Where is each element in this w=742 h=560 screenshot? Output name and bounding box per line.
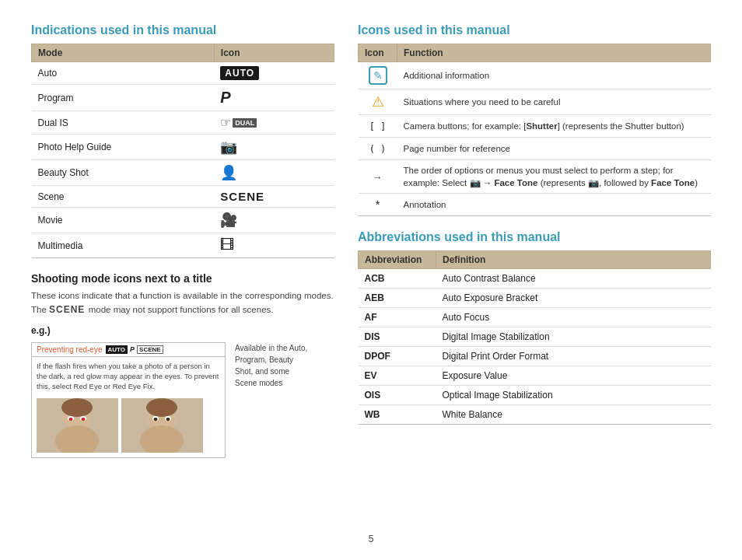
- table-row: Scene SCENE: [32, 186, 334, 208]
- mode-label: Photo Help Guide: [32, 135, 215, 160]
- table-row: OIS Optical Image Stabilization: [359, 386, 711, 405]
- mode-label: Auto: [32, 62, 215, 85]
- badge-p: P: [128, 345, 136, 354]
- photo-after: [121, 398, 203, 453]
- mode-label: Program: [32, 85, 215, 111]
- table-row: Photo Help Guide 📷: [32, 135, 334, 160]
- icon-cell: [ ]: [359, 115, 397, 138]
- mode-icon: 🎞: [214, 233, 334, 258]
- auto-icon: AUTO: [220, 66, 259, 80]
- mode-label: Scene: [32, 186, 215, 208]
- mode-badges: AUTO P SCENE: [106, 345, 163, 354]
- icon-desc: Camera buttons; for example: [Shutter] (…: [397, 115, 711, 138]
- icon-cell: ( ): [359, 138, 397, 160]
- def-cell: Digital Image Stabilization: [436, 327, 711, 347]
- left-column: Indications used in this manual Mode Ico…: [31, 23, 334, 527]
- mode-icon: SCENE: [214, 186, 334, 208]
- info-icon: ✎: [369, 66, 387, 85]
- icons-title: Icons used in this manual: [358, 23, 711, 37]
- page-number: 5: [31, 527, 711, 544]
- icon-cell: →: [359, 160, 397, 194]
- modes-col-mode: Mode: [32, 44, 215, 62]
- dual-is-icon: ☞ DUAL: [220, 115, 257, 130]
- table-row: ACB Auto Contrast Balance: [359, 269, 711, 289]
- shooting-title: Shooting mode icons next to a title: [31, 272, 334, 285]
- table-row: [ ] Camera buttons; for example: [Shutte…: [359, 115, 711, 138]
- mode-label: Multimedia: [32, 233, 215, 258]
- table-row: ⚠ Situations where you need to be carefu…: [359, 89, 711, 115]
- table-row: ( ) Page number for reference: [359, 138, 711, 160]
- svg-point-5: [69, 418, 73, 421]
- abbr-cell: DIS: [359, 327, 436, 347]
- mode-icon: P: [214, 85, 334, 111]
- icon-desc: Annotation: [397, 194, 711, 216]
- table-row: → The order of options or menus you must…: [359, 160, 711, 194]
- table-row: AEB Auto Exposure Bracket: [359, 289, 711, 308]
- hand-icon: ☞: [220, 115, 231, 130]
- photo-help-icon: 📷: [220, 139, 237, 155]
- table-row: AF Auto Focus: [359, 308, 711, 327]
- mode-label: Movie: [32, 208, 215, 233]
- svg-point-7: [82, 418, 86, 421]
- modes-col-icon: Icon: [214, 44, 334, 62]
- example-images: [32, 395, 225, 457]
- warning-icon: ⚠: [372, 93, 384, 110]
- example-card-body: If the flash fires when you take a photo…: [32, 357, 225, 396]
- paren-icon: ( ): [369, 144, 387, 155]
- def-cell: Auto Exposure Bracket: [436, 289, 711, 308]
- def-cell: Auto Focus: [436, 308, 711, 327]
- abbr-cell: OIS: [359, 386, 436, 405]
- icons-col-function: Function: [397, 44, 711, 62]
- red-eye-link: Preventing red-eye: [37, 345, 103, 354]
- table-row: ✎ Additional information: [359, 62, 711, 89]
- multimedia-icon: 🎞: [220, 237, 234, 253]
- table-row: EV Exposure Value: [359, 366, 711, 386]
- program-icon: P: [220, 89, 230, 106]
- scene-inline-icon: SCENE: [49, 304, 89, 315]
- table-row: Multimedia 🎞: [32, 233, 334, 258]
- icon-desc: Additional information: [397, 62, 711, 89]
- icon-desc: Page number for reference: [397, 138, 711, 160]
- icon-cell: *: [359, 194, 397, 216]
- mode-icon: ☞ DUAL: [214, 111, 334, 135]
- face-tone-bold: Face Tone: [494, 178, 537, 187]
- example-card-header: Preventing red-eye AUTO P SCENE: [32, 343, 225, 357]
- abbr-cell: AEB: [359, 289, 436, 308]
- mode-icon: 👤: [214, 160, 334, 186]
- def-cell: Optical Image Stabilization: [436, 386, 711, 405]
- icons-col-icon: Icon: [359, 44, 397, 62]
- eg-label: e.g.): [31, 325, 334, 336]
- abbr-cell: ACB: [359, 269, 436, 289]
- arrow-icon: →: [373, 172, 383, 183]
- table-row: Program P: [32, 85, 334, 111]
- table-row: Auto AUTO: [32, 62, 334, 85]
- svg-point-3: [61, 398, 93, 417]
- badge-auto: AUTO: [106, 345, 128, 354]
- face-tone-bold2: Face Tone: [651, 178, 695, 187]
- svg-point-11: [146, 398, 177, 417]
- icon-desc: The order of options or menus you must s…: [397, 160, 711, 194]
- abbr-cell: WB: [359, 405, 436, 425]
- icon-cell: ⚠: [359, 89, 397, 115]
- abbr-cell: DPOF: [359, 347, 436, 366]
- photo-before: [37, 398, 118, 453]
- abbr-col-header: Abbreviation: [359, 251, 436, 269]
- def-col-header: Definition: [436, 251, 711, 269]
- mode-label: Beauty Shot: [32, 160, 215, 186]
- mode-icon: 🎥: [214, 208, 334, 233]
- beauty-icon: 👤: [220, 165, 237, 180]
- badge-scene: SCENE: [137, 345, 163, 354]
- page: Indications used in this manual Mode Ico…: [0, 0, 742, 560]
- table-row: * Annotation: [359, 194, 711, 216]
- table-row: Beauty Shot 👤: [32, 160, 334, 186]
- icons-section: Icons used in this manual Icon Function …: [358, 23, 711, 216]
- table-row: DIS Digital Image Stabilization: [359, 327, 711, 347]
- abbr-title: Abbreviations used in this manual: [358, 230, 711, 244]
- shooting-desc: These icons indicate that a function is …: [31, 289, 334, 317]
- movie-icon: 🎥: [220, 212, 237, 228]
- icon-desc: Situations where you need to be careful: [397, 89, 711, 115]
- example-box: Preventing red-eye AUTO P SCENE If the f…: [31, 342, 334, 459]
- def-cell: White Balance: [436, 405, 711, 425]
- def-cell: Auto Contrast Balance: [436, 269, 711, 289]
- right-column: Icons used in this manual Icon Function …: [358, 23, 711, 527]
